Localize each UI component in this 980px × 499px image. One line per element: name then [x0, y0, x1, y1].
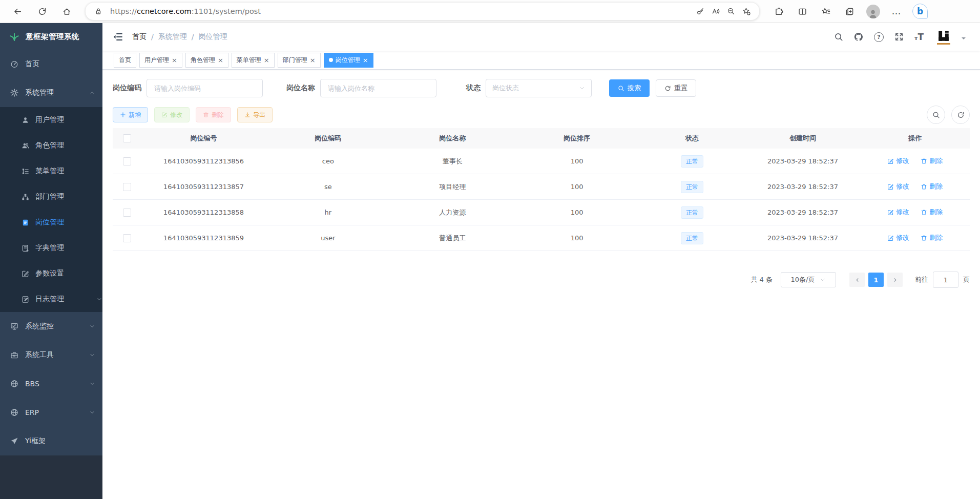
row-delete-link[interactable]: 删除 — [921, 156, 943, 165]
sidebar-item-dictionary[interactable]: 字典管理 — [0, 235, 102, 261]
sidebar-item-users[interactable]: 用户管理 — [0, 107, 102, 133]
select-all-checkbox[interactable] — [123, 134, 131, 142]
browser-home-button[interactable] — [58, 3, 75, 20]
collections-button[interactable] — [841, 3, 858, 20]
app-logo[interactable]: 意框架管理系统 — [0, 23, 102, 50]
sidebar-item-home[interactable]: 首页 — [0, 50, 102, 78]
dashboard-icon — [10, 60, 18, 68]
tab-home[interactable]: 首页 — [114, 53, 136, 68]
sidebar-item-label: 首页 — [25, 59, 39, 69]
row-edit-link[interactable]: 修改 — [887, 182, 909, 191]
tab-label: 角色管理 — [191, 56, 215, 65]
active-dot — [329, 58, 333, 62]
password-button[interactable] — [693, 4, 708, 19]
reset-button[interactable]: 重置 — [656, 79, 696, 97]
sidebar-item-monitoring[interactable]: 系统监控 — [0, 312, 102, 341]
address-bar[interactable]: https://ccnetcore.com:1101/system/post — [85, 2, 760, 20]
avatar-dropdown-caret[interactable] — [962, 37, 966, 41]
edit-button-disabled[interactable]: 修改 — [154, 107, 190, 122]
sidebar-item-yi-framework[interactable]: Yi框架 — [0, 427, 102, 455]
globe-icon — [10, 380, 18, 388]
page-number-button[interactable]: 1 — [868, 273, 884, 287]
row-checkbox[interactable] — [123, 209, 131, 217]
chevron-left-icon — [854, 277, 860, 283]
fullscreen-button[interactable] — [894, 32, 904, 41]
read-aloud-button[interactable] — [708, 4, 723, 19]
refresh-table-button[interactable] — [951, 106, 970, 124]
content-area: 岗位编码 岗位名称 状态 岗位状态 搜索 — [102, 70, 980, 499]
sidebar-item-roles[interactable]: 角色管理 — [0, 133, 102, 158]
row-edit-link[interactable]: 修改 — [887, 233, 909, 242]
row-delete-link[interactable]: 删除 — [921, 207, 943, 217]
row-checkbox[interactable] — [123, 183, 131, 191]
next-page-button[interactable] — [887, 273, 903, 287]
bing-chat-button[interactable]: b — [911, 3, 929, 20]
prev-page-button[interactable] — [849, 273, 865, 287]
post-name-input[interactable] — [327, 84, 430, 93]
search-button-label: 搜索 — [628, 84, 641, 93]
edit-icon — [887, 209, 894, 216]
tab-departments[interactable]: 部门管理 × — [278, 53, 321, 68]
status-select[interactable]: 岗位状态 — [486, 79, 592, 97]
sidebar-item-logs[interactable]: 日志管理 — [0, 286, 102, 312]
row-checkbox[interactable] — [123, 157, 131, 165]
post-code-label: 岗位编码 — [113, 84, 141, 93]
sidebar-item-posts[interactable]: 岗位管理 — [0, 210, 102, 235]
tab-roles[interactable]: 角色管理 × — [185, 53, 228, 68]
tab-menus[interactable]: 菜单管理 × — [232, 53, 275, 68]
browser-profile-button[interactable] — [864, 3, 882, 20]
browser-back-button[interactable] — [9, 3, 26, 20]
close-icon[interactable]: × — [264, 57, 269, 64]
org-tree-icon — [22, 193, 29, 201]
extensions-button[interactable] — [770, 3, 787, 20]
breadcrumb-home[interactable]: 首页 — [132, 32, 147, 41]
add-button[interactable]: 新增 — [113, 107, 148, 122]
sidebar-item-tools[interactable]: 系统工具 — [0, 341, 102, 369]
dictionary-book-icon — [22, 244, 29, 252]
post-code-input[interactable] — [153, 84, 256, 93]
sidebar-item-menus[interactable]: 菜单管理 — [0, 158, 102, 184]
column-header: 创建时间 — [745, 134, 860, 143]
breadcrumb-separator: / — [151, 33, 154, 41]
close-icon[interactable]: × — [310, 57, 316, 64]
github-link-button[interactable] — [854, 32, 863, 41]
close-icon[interactable]: × — [172, 57, 177, 64]
tab-users[interactable]: 用户管理 × — [139, 53, 182, 68]
user-avatar[interactable] — [936, 29, 951, 45]
browser-menu-button[interactable]: … — [888, 3, 905, 20]
sidebar-item-departments[interactable]: 部门管理 — [0, 184, 102, 210]
favorites-button[interactable] — [817, 3, 835, 20]
add-favorite-button[interactable] — [739, 4, 754, 19]
row-checkbox[interactable] — [123, 234, 131, 242]
globe-icon — [10, 408, 18, 417]
sidebar-item-erp[interactable]: ERP — [0, 398, 102, 427]
column-header: 岗位编码 — [266, 134, 390, 143]
row-edit-link[interactable]: 修改 — [887, 156, 909, 165]
font-size-button[interactable]: тT — [914, 32, 924, 42]
collapse-sidebar-icon[interactable] — [113, 32, 123, 42]
zoom-out-button[interactable] — [723, 4, 739, 19]
site-lock-button[interactable] — [91, 4, 106, 19]
table-row: 1641030593112313859 user 普通员工 100 正常 202… — [113, 225, 970, 251]
export-button[interactable]: 导出 — [237, 107, 273, 122]
help-docs-button[interactable]: ? — [874, 32, 884, 42]
row-delete-link[interactable]: 删除 — [921, 182, 943, 191]
tab-posts-active[interactable]: 岗位管理 × — [324, 53, 373, 68]
breadcrumb-system[interactable]: 系统管理 — [158, 32, 187, 41]
browser-refresh-button[interactable] — [33, 3, 51, 20]
chevron-down-icon — [579, 85, 585, 91]
row-edit-link[interactable]: 修改 — [887, 207, 909, 217]
sidebar-item-bbs[interactable]: BBS — [0, 369, 102, 398]
page-size-select[interactable]: 10条/页 — [781, 272, 836, 287]
sidebar-item-parameters[interactable]: 参数设置 — [0, 261, 102, 286]
search-button[interactable]: 搜索 — [609, 79, 650, 97]
delete-button-disabled[interactable]: 删除 — [196, 107, 231, 122]
sidebar-item-system-mgmt[interactable]: 系统管理 — [0, 78, 102, 107]
close-icon[interactable]: × — [363, 57, 368, 64]
toggle-search-button[interactable] — [927, 106, 945, 124]
split-screen-button[interactable] — [794, 3, 811, 20]
header-search-button[interactable] — [834, 32, 843, 41]
goto-page-input[interactable] — [933, 272, 958, 288]
row-delete-link[interactable]: 删除 — [921, 233, 943, 242]
close-icon[interactable]: × — [218, 57, 223, 64]
